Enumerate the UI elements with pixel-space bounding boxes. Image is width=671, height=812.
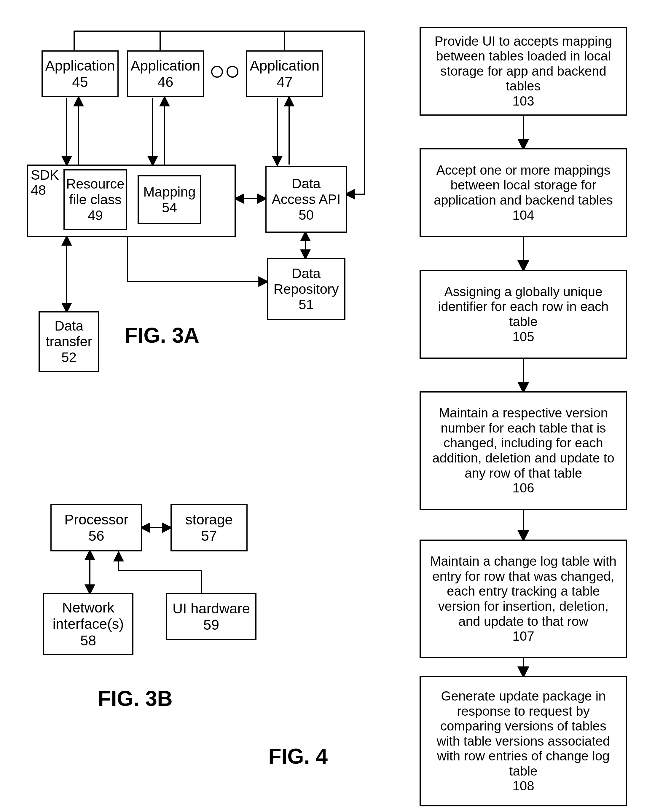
step-106-num: 106 [513,480,534,496]
app-45-box: Application 45 [41,50,119,97]
diagram-canvas: Application 45 Application 46 Applicatio… [0,0,671,812]
step-107-text: Maintain a change log table with entry f… [428,554,618,629]
step-104-box: Accept one or more mappings between loca… [419,148,627,237]
sdk-num: 48 [31,182,46,198]
app-45-label: Application [45,58,115,74]
app-46-box: Application 46 [127,50,204,97]
step-104-text: Accept one or more mappings between loca… [429,163,618,208]
step-106-text: Maintain a respective version number for… [428,405,618,480]
network-58-box: Network interface(s) 58 [43,593,133,655]
step-104-num: 104 [513,208,534,223]
app-47-box: Application 47 [246,50,323,97]
step-103-num: 103 [513,94,534,109]
mapping-54-box: Mapping 54 [138,175,201,224]
step-107-num: 107 [513,629,534,644]
uihw-num: 59 [203,617,219,633]
storage-57-box: storage 57 [170,504,248,552]
data-repository-num: 51 [298,297,314,312]
step-108-text: Generate update package in response to r… [428,689,618,779]
app-46-label: Application [131,58,201,74]
storage-label: storage [185,511,233,528]
step-105-text: Assigning a globally unique identifier f… [429,284,618,329]
mapping-num: 54 [162,200,177,216]
step-108-box: Generate update package in response to r… [419,676,627,806]
processor-56-box: Processor 56 [50,504,142,552]
app-46-num: 46 [157,74,173,90]
data-transfer-label: Data transfer [46,318,92,349]
data-repository-51-box: Data Repository 51 [267,258,346,320]
step-105-num: 105 [513,329,534,344]
uihw-label: UI hardware [172,600,250,617]
app-47-num: 47 [277,74,292,90]
fig3a-title: FIG. 3A [124,323,199,347]
app-45-num: 45 [72,74,88,90]
data-repository-label: Data Repository [274,266,339,297]
sdk-48-box: SDK 48 Resource file class 49 Mapping 54 [27,165,236,237]
app-47-label: Application [250,58,320,74]
resource-num: 49 [88,208,103,223]
step-107-box: Maintain a change log table with entry f… [419,540,627,658]
sdk-label: SDK [31,167,59,183]
storage-num: 57 [201,528,217,544]
step-103-box: Provide UI to accepts mapping between ta… [419,27,627,116]
mapping-label: Mapping [143,184,196,200]
data-access-num: 50 [298,207,314,223]
step-105-box: Assigning a globally unique identifier f… [419,270,627,359]
uihw-59-box: UI hardware 59 [166,593,257,640]
fig4-title: FIG. 4 [268,744,328,768]
resource-label: Resource file class [66,176,124,208]
step-106-box: Maintain a respective version number for… [419,392,627,510]
data-access-label: Data Access API [272,176,341,207]
resource-49-box: Resource file class 49 [63,169,127,230]
fig3b-title: FIG. 3B [98,686,172,711]
processor-num: 56 [89,528,104,544]
network-num: 58 [80,632,96,649]
data-transfer-52-box: Data transfer 52 [39,311,99,372]
ellipsis-icon [211,66,238,78]
step-103-text: Provide UI to accepts mapping between ta… [429,34,618,94]
data-transfer-num: 52 [61,349,77,365]
processor-label: Processor [64,511,128,528]
step-108-num: 108 [513,778,534,793]
data-access-api-50-box: Data Access API 50 [266,166,347,233]
network-label: Network interface(s) [53,599,124,632]
